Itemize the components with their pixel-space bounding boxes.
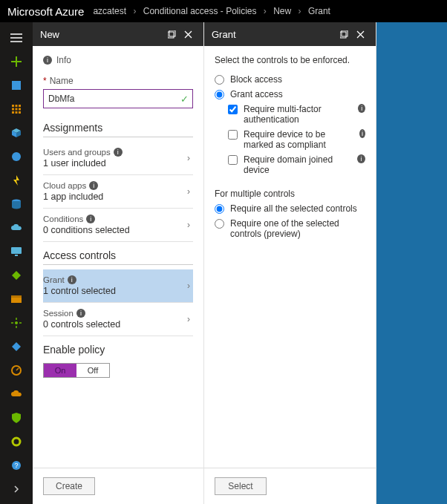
check-require-domain[interactable]: Require domain joined devicei (228, 154, 365, 175)
svg-point-22 (15, 321, 18, 324)
info-link[interactable]: i Info (43, 55, 193, 65)
multiple-controls-title: For multiple controls (215, 189, 365, 199)
sql-icon[interactable] (3, 193, 30, 215)
svg-point-24 (12, 366, 21, 375)
svg-marker-12 (16, 131, 21, 137)
svg-point-25 (13, 438, 20, 445)
svg-point-26 (12, 461, 21, 470)
radio-block-access[interactable]: Block access (215, 74, 365, 85)
function-icon[interactable] (3, 169, 30, 192)
toggle-on[interactable]: On (44, 364, 76, 377)
info-icon: i (68, 275, 76, 284)
svg-point-16 (12, 206, 21, 209)
svg-marker-23 (12, 342, 21, 351)
info-icon: i (43, 56, 52, 65)
diamond-icon[interactable] (3, 264, 30, 287)
info-icon: i (358, 104, 365, 113)
radio-require-one[interactable]: Require one of the selected controls (pr… (215, 218, 365, 239)
info-icon: i (86, 215, 95, 223)
svg-rect-4 (12, 108, 14, 111)
restore-icon[interactable] (336, 26, 352, 42)
svg-rect-15 (12, 201, 21, 207)
name-label: *Name (43, 76, 193, 86)
gauge-icon[interactable] (3, 359, 30, 382)
svg-rect-5 (16, 108, 18, 111)
more-icon[interactable] (3, 478, 30, 500)
grant-intro: Select the controls to be enforced. (215, 55, 365, 65)
cloud-orange-icon[interactable] (3, 383, 30, 405)
svg-rect-0 (12, 81, 21, 90)
plus-icon[interactable] (3, 50, 30, 73)
svg-rect-9 (19, 111, 21, 114)
svg-rect-29 (169, 30, 175, 36)
svg-rect-21 (11, 295, 22, 298)
svg-rect-2 (16, 105, 18, 107)
close-icon[interactable] (180, 26, 196, 42)
svg-rect-30 (340, 32, 346, 38)
radio-grant-access[interactable]: Grant access (215, 89, 365, 99)
chevron-right-icon: › (187, 153, 190, 163)
svg-rect-6 (19, 108, 21, 111)
breadcrumb[interactable]: azcatest › Conditional access - Policies… (93, 6, 330, 16)
dashboard-icon[interactable] (3, 74, 30, 96)
svg-rect-17 (11, 247, 22, 254)
valid-check-icon: ✓ (180, 94, 189, 105)
restore-icon[interactable] (163, 26, 180, 42)
hamburger-icon[interactable] (3, 27, 30, 49)
cloud-icon[interactable] (3, 217, 30, 239)
blade-grant-title: Grant (212, 29, 236, 40)
info-icon: i (76, 309, 85, 318)
blade-grant: Grant Select the controls to be enforced… (204, 22, 376, 504)
create-button[interactable]: Create (43, 477, 95, 495)
svg-marker-10 (12, 128, 21, 133)
row-grant[interactable]: Granti 1 control selected › (43, 269, 193, 303)
globe-icon[interactable] (3, 145, 30, 168)
radio-require-all[interactable]: Require all the selected controls (215, 203, 365, 214)
row-users-groups[interactable]: Users and groupsi 1 user included › (43, 142, 193, 175)
svg-rect-20 (11, 295, 22, 303)
brand: Microsoft Azure (7, 5, 84, 18)
info-icon: i (359, 129, 365, 138)
check-require-mfa[interactable]: Require multi-factor authenticationi (228, 104, 365, 125)
portal-background (376, 22, 447, 504)
toggle-off[interactable]: Off (76, 364, 109, 377)
chevron-right-icon: › (187, 220, 190, 230)
circle-icon[interactable] (3, 431, 30, 453)
shield-icon[interactable] (3, 407, 30, 429)
enable-policy-title: Enable policy (43, 344, 193, 359)
select-button[interactable]: Select (215, 477, 267, 495)
svg-rect-1 (12, 105, 14, 107)
left-sidebar: ? (0, 22, 33, 504)
access-controls-title: Access controls (43, 249, 193, 265)
cube-icon[interactable] (3, 122, 30, 144)
chevron-right-icon: › (187, 314, 190, 324)
svg-rect-31 (342, 30, 348, 36)
check-require-compliant[interactable]: Require device to be marked as compliant… (228, 129, 365, 150)
chevron-right-icon: › (187, 281, 190, 291)
svg-text:?: ? (14, 462, 18, 469)
close-icon[interactable] (352, 26, 368, 42)
info-icon: i (89, 181, 98, 190)
diamond-blue-icon[interactable] (3, 336, 30, 358)
svg-rect-3 (19, 105, 21, 107)
svg-marker-19 (12, 271, 21, 280)
enable-policy-toggle[interactable]: On Off (43, 363, 110, 378)
row-session[interactable]: Sessioni 0 controls selected › (43, 303, 193, 336)
grid-icon[interactable] (3, 98, 30, 120)
blade-new: New i Info *Name ✓ Assignments Us (33, 22, 204, 504)
svg-marker-11 (12, 131, 16, 137)
row-cloud-apps[interactable]: Cloud appsi 1 app included › (43, 175, 193, 209)
name-input[interactable] (43, 89, 193, 108)
info-icon: i (114, 148, 123, 157)
monitor-icon[interactable] (3, 240, 30, 263)
svg-rect-8 (16, 111, 18, 114)
info-icon: i (357, 154, 365, 163)
svg-point-13 (12, 152, 21, 161)
svg-rect-18 (15, 255, 18, 256)
help-icon[interactable]: ? (3, 454, 30, 477)
row-conditions[interactable]: Conditionsi 0 conditions selected › (43, 209, 193, 242)
storage-icon[interactable] (3, 288, 30, 310)
top-bar: Microsoft Azure azcatest › Conditional a… (0, 0, 447, 22)
assignments-title: Assignments (43, 122, 193, 137)
network-icon[interactable] (3, 312, 30, 334)
